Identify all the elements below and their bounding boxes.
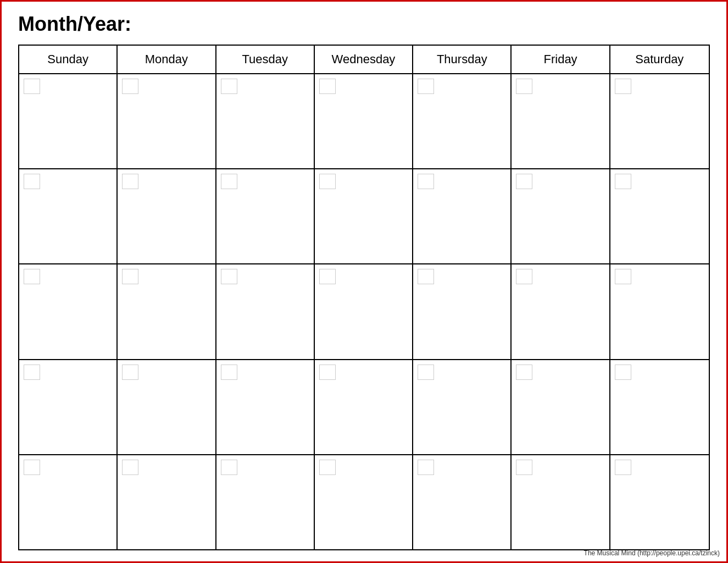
date-number-box xyxy=(615,460,631,475)
calendar-cell xyxy=(19,74,118,168)
date-number-box xyxy=(221,269,237,284)
calendar-row xyxy=(19,264,709,360)
date-number-box xyxy=(122,174,138,189)
date-number-box xyxy=(319,174,336,189)
date-number-box xyxy=(122,460,138,475)
date-number-box xyxy=(418,460,434,475)
date-number-box xyxy=(615,365,631,380)
calendar-cell xyxy=(19,360,118,454)
date-number-box xyxy=(418,269,434,284)
calendar-header: SundayMondayTuesdayWednesdayThursdayFrid… xyxy=(19,46,709,74)
calendar-cell xyxy=(216,169,315,263)
date-number-box xyxy=(319,269,336,284)
calendar-cell xyxy=(413,264,512,358)
date-number-box xyxy=(516,269,532,284)
calendar-cell xyxy=(315,360,413,454)
date-number-box xyxy=(122,365,138,380)
calendar-cell xyxy=(19,264,118,358)
date-number-box xyxy=(319,365,336,380)
header-day-thursday: Thursday xyxy=(413,46,512,73)
date-number-box xyxy=(516,79,532,94)
calendar-cell xyxy=(610,264,709,358)
date-number-box xyxy=(615,174,631,189)
calendar-cell xyxy=(512,360,610,454)
date-number-box xyxy=(24,174,40,189)
date-number-box xyxy=(221,365,237,380)
date-number-box xyxy=(122,269,138,284)
calendar-row xyxy=(19,169,709,264)
header-day-saturday: Saturday xyxy=(610,46,709,73)
calendar-cell xyxy=(118,455,216,549)
calendar-cell xyxy=(216,360,315,454)
header-day-wednesday: Wednesday xyxy=(315,46,413,73)
calendar-body xyxy=(19,74,709,549)
date-number-box xyxy=(221,174,237,189)
calendar-cell xyxy=(216,264,315,358)
date-number-box xyxy=(221,460,237,475)
date-number-box xyxy=(516,365,532,380)
date-number-box xyxy=(24,460,40,475)
calendar-cell xyxy=(216,74,315,168)
date-number-box xyxy=(319,79,336,94)
calendar-cell xyxy=(610,169,709,263)
header-day-sunday: Sunday xyxy=(19,46,118,73)
calendar-cell xyxy=(315,455,413,549)
month-year-title: Month/Year: xyxy=(18,13,710,36)
calendar-cell xyxy=(413,74,512,168)
header-day-friday: Friday xyxy=(512,46,610,73)
calendar-cell xyxy=(413,360,512,454)
calendar-row xyxy=(19,360,709,455)
calendar-cell xyxy=(19,169,118,263)
date-number-box xyxy=(418,365,434,380)
date-number-box xyxy=(122,79,138,94)
calendar-row xyxy=(19,74,709,169)
calendar-cell xyxy=(512,455,610,549)
calendar-cell xyxy=(315,264,413,358)
calendar-cell xyxy=(512,169,610,263)
date-number-box xyxy=(418,174,434,189)
calendar-cell xyxy=(216,455,315,549)
date-number-box xyxy=(221,79,237,94)
calendar: SundayMondayTuesdayWednesdayThursdayFrid… xyxy=(18,45,710,550)
calendar-row xyxy=(19,455,709,549)
calendar-cell xyxy=(118,74,216,168)
calendar-cell xyxy=(413,455,512,549)
calendar-cell xyxy=(512,74,610,168)
date-number-box xyxy=(24,79,40,94)
calendar-cell xyxy=(118,264,216,358)
calendar-cell xyxy=(512,264,610,358)
date-number-box xyxy=(516,460,532,475)
date-number-box xyxy=(615,269,631,284)
calendar-cell xyxy=(610,74,709,168)
calendar-cell xyxy=(413,169,512,263)
calendar-cell xyxy=(118,360,216,454)
date-number-box xyxy=(418,79,434,94)
header-day-monday: Monday xyxy=(118,46,216,73)
date-number-box xyxy=(24,365,40,380)
calendar-cell xyxy=(315,169,413,263)
header-day-tuesday: Tuesday xyxy=(216,46,315,73)
calendar-cell xyxy=(315,74,413,168)
date-number-box xyxy=(615,79,631,94)
footer-text: The Musical Mind (http://people.upei.ca/… xyxy=(584,549,720,557)
page-container: Month/Year: SundayMondayTuesdayWednesday… xyxy=(2,2,726,561)
date-number-box xyxy=(516,174,532,189)
date-number-box xyxy=(319,460,336,475)
calendar-cell xyxy=(610,360,709,454)
calendar-cell xyxy=(118,169,216,263)
calendar-cell xyxy=(610,455,709,549)
date-number-box xyxy=(24,269,40,284)
calendar-cell xyxy=(19,455,118,549)
